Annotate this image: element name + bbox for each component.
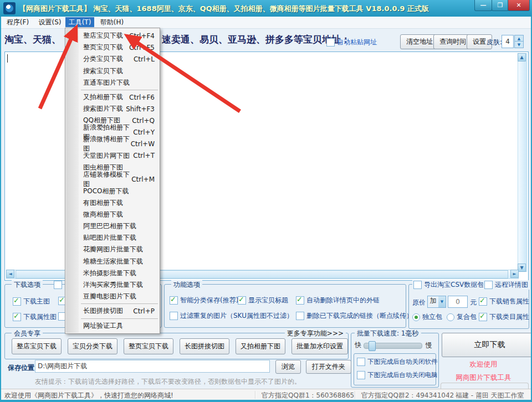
vip-shop-download-button[interactable]: 整店宝贝下载: [12, 338, 62, 354]
menu-item-shop-template[interactable]: 店铺装修模板下图Ctrl+M: [65, 173, 160, 185]
browse-button[interactable]: 浏览: [275, 360, 301, 374]
skin-spinner-down[interactable]: ▼: [514, 41, 524, 48]
price-unit-label: 元: [470, 298, 477, 307]
menu-item-yupoo-download[interactable]: 又拍相册下载Ctrl+F6: [65, 91, 160, 103]
address-label-right: 速卖通、易贝、亚马逊、拼多多等宝贝地址：: [162, 33, 350, 46]
menu-item-search-image-download[interactable]: 搜索图片下载Shift+F3: [65, 103, 160, 115]
checkbox-icon[interactable]: [326, 38, 335, 47]
checkbox-icon[interactable]: [170, 312, 178, 320]
menu-item-page-download[interactable]: 整页宝贝下载Ctrl+F5: [65, 42, 160, 53]
checkbox-icon[interactable]: [13, 313, 21, 321]
menu-item-url-validator[interactable]: 网址验证工具: [65, 320, 160, 332]
checkbox-remove-external-links[interactable]: 自动删除详情页中的外链: [296, 296, 380, 305]
vip-long-image-button[interactable]: 长图拼接切图: [180, 338, 229, 354]
minimize-icon: —: [480, 2, 487, 9]
price-mode-select[interactable]: 加 ▼: [427, 296, 446, 308]
scroll-up-button[interactable]: ▲: [518, 53, 526, 61]
download-now-button[interactable]: 立即下载: [442, 333, 532, 357]
checkbox-icon[interactable]: [296, 296, 304, 305]
checkbox-filter-duplicates[interactable]: 过滤重复的图片（SKU属性图不过滤）: [170, 311, 293, 321]
vip-category-download-button[interactable]: 宝贝分类下载: [68, 338, 117, 354]
checkbox-download-attr-image[interactable]: 下载属性图: [13, 312, 57, 322]
menu-item-youtu[interactable]: 有图相册下载: [65, 197, 160, 209]
menubar-settings[interactable]: 设置(S): [35, 17, 64, 27]
radio-multi-pack[interactable]: 复合包: [447, 312, 477, 322]
menu-item-poco[interactable]: POCO相册下载: [65, 185, 160, 197]
menu-item-sina-weibo[interactable]: 新浪微博相册下图Ctrl+W: [65, 138, 160, 150]
checkbox-close-app-after[interactable]: 下图完成后自动关闭软件: [357, 358, 438, 366]
checkbox-sales-attr[interactable]: 下载销售属性: [479, 297, 529, 306]
checkbox-icon[interactable]: [479, 297, 487, 306]
menu-item-ivsky[interactable]: 天堂图片网下图Ctrl+T: [65, 150, 160, 162]
checkbox-export-csv[interactable]: 导出淘宝CSV数据包: [412, 280, 485, 290]
minimize-button[interactable]: —: [474, 0, 492, 11]
open-folder-button[interactable]: 打开文件夹: [306, 360, 351, 374]
checkbox-smart-save[interactable]: 智能分类保存(推荐): [170, 296, 238, 305]
menu-item-huaban[interactable]: 花瓣网图片批量下载: [65, 244, 160, 255]
save-path-input[interactable]: [35, 360, 270, 373]
checkbox-remove-finished-links[interactable]: 删除已下载完成的链接（断点续传）: [296, 311, 413, 321]
close-icon: ✕: [516, 2, 521, 9]
csv-options-group: 导出淘宝CSV数据包 远程详情图 原价 加 ▼ 0 元 下载销售属性 独立包 复…: [408, 284, 529, 329]
vip-page-download-button[interactable]: 整页宝贝下载: [124, 338, 173, 354]
scroll-down-button[interactable]: ▼: [518, 264, 526, 272]
scroll-up-icon: ▲: [520, 55, 523, 60]
checkbox-icon[interactable]: [13, 297, 21, 306]
app-window: 【网商图片下载工具】 淘宝、天猫、1688阿里、京东、QQ相册、又拍相册、微商相…: [0, 0, 532, 402]
checkbox-icon[interactable]: [357, 371, 365, 379]
download-options-title-checkbox[interactable]: [54, 281, 62, 289]
menu-item-ztc-download[interactable]: 直通车图片下载: [65, 77, 160, 89]
menu-item-search-item-download[interactable]: 搜索宝贝下载: [65, 65, 160, 77]
menu-item-shop-download[interactable]: 整店宝贝下载Ctrl+F4: [65, 30, 160, 42]
scroll-left-button[interactable]: ◄: [6, 270, 14, 278]
checkbox-download-main-image[interactable]: 下载主图: [13, 297, 50, 306]
speed-slider-thumb[interactable]: [369, 341, 376, 351]
checkbox-icon[interactable]: [357, 358, 365, 366]
menubar-tools[interactable]: 工具(T): [65, 17, 94, 27]
slider-fast-label: 快: [355, 341, 361, 350]
checkbox-icon[interactable]: [238, 296, 246, 305]
menu-item-tieba[interactable]: 贴吧图片批量下载: [65, 232, 160, 244]
menu-item-weishang[interactable]: 微商相册下载: [65, 209, 160, 220]
welcome-line-2: 网商图片下载工具: [442, 373, 525, 383]
checkbox-icon[interactable]: [296, 312, 304, 320]
menubar-help[interactable]: 帮助(H): [98, 17, 126, 27]
checkbox-icon[interactable]: [413, 281, 422, 289]
menubar-program[interactable]: 程序(F): [3, 17, 32, 27]
group-title: 会员专享: [12, 329, 43, 338]
menu-item-yangtao[interactable]: 洋淘买家秀批量下载: [65, 279, 160, 291]
window-border: [0, 17, 1, 400]
price-value-field[interactable]: 0: [448, 296, 468, 308]
checkbox-category-attr[interactable]: 下载类目属性: [479, 312, 529, 322]
auto-paste-checkbox[interactable]: 自动粘贴网址: [326, 38, 377, 47]
skin-value-field[interactable]: 4: [502, 35, 514, 48]
checkbox-shutdown-after[interactable]: 下图完成后自动关闭电脑: [357, 371, 438, 379]
radio-icon[interactable]: [412, 313, 420, 321]
maximize-button[interactable]: ❐: [492, 0, 509, 11]
radio-icon[interactable]: [447, 313, 454, 321]
vip-watermark-button[interactable]: 批量加水印设置: [291, 338, 348, 354]
vip-yupoo-button[interactable]: 又拍相册下图: [236, 338, 285, 354]
save-path-label: 保存位置:: [8, 363, 37, 373]
more-vip-features-link[interactable]: 更多专享功能>>>: [285, 329, 346, 338]
checkbox-show-title[interactable]: 显示宝贝标题: [238, 296, 288, 305]
menu-item-douban[interactable]: 豆瓣电影图片下载: [65, 291, 160, 302]
close-button[interactable]: ✕: [508, 0, 530, 11]
menu-item-mipai[interactable]: 米拍摄影批量下载: [65, 267, 160, 279]
checkbox-icon[interactable]: [479, 313, 487, 321]
checkbox-icon[interactable]: [170, 296, 178, 305]
radio-single-pack[interactable]: 独立包: [412, 312, 442, 322]
text-cursor: [7, 54, 8, 63]
menu-item-duitang[interactable]: 堆糖生活家批量下载: [65, 256, 160, 267]
group-title: 功能选项: [171, 280, 202, 290]
vertical-scrollbar[interactable]: ▲ ▼: [518, 53, 527, 272]
checkbox-icon[interactable]: [484, 281, 493, 289]
speed-slider-track[interactable]: [364, 343, 422, 349]
menu-item-category-download[interactable]: 分类宝贝下载Ctrl+L: [65, 53, 160, 65]
menu-item-alibaba[interactable]: 阿里巴巴相册下载: [65, 220, 160, 232]
vip-group: 会员专享 更多专享功能>>> 整店宝贝下载 宝贝分类下载 整页宝贝下载 长图拼接…: [4, 333, 349, 359]
scroll-right-button[interactable]: ►: [510, 270, 519, 278]
app-icon: [3, 2, 16, 14]
menu-item-long-image-cut[interactable]: 长图拼接切图Ctrl+P: [65, 305, 160, 317]
checkbox-remote-detail[interactable]: 远程详情图: [483, 280, 529, 290]
